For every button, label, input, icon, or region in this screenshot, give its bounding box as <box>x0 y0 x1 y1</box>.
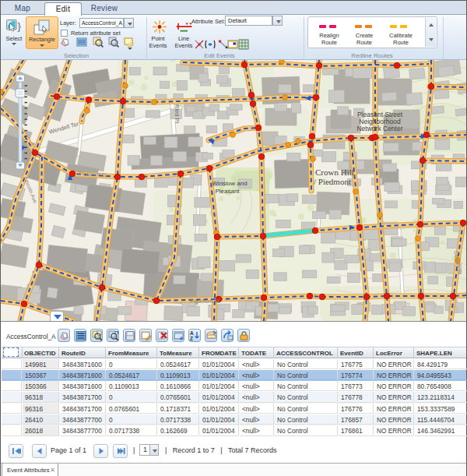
svg-text:}: } <box>18 20 22 32</box>
svg-text:Pleasant: Pleasant <box>215 188 240 195</box>
svg-text:Crown Hill: Crown Hill <box>315 167 354 177</box>
svg-text:/ Piedmont: / Piedmont <box>314 177 351 186</box>
svg-text:Network Center: Network Center <box>356 125 402 132</box>
svg-text:Ried Pl: Ried Pl <box>174 104 181 124</box>
svg-text:Winslow and: Winslow and <box>212 180 247 187</box>
svg-text:Piedmont St: Piedmont St <box>190 298 219 304</box>
svg-text:Z: Z <box>190 336 193 341</box>
